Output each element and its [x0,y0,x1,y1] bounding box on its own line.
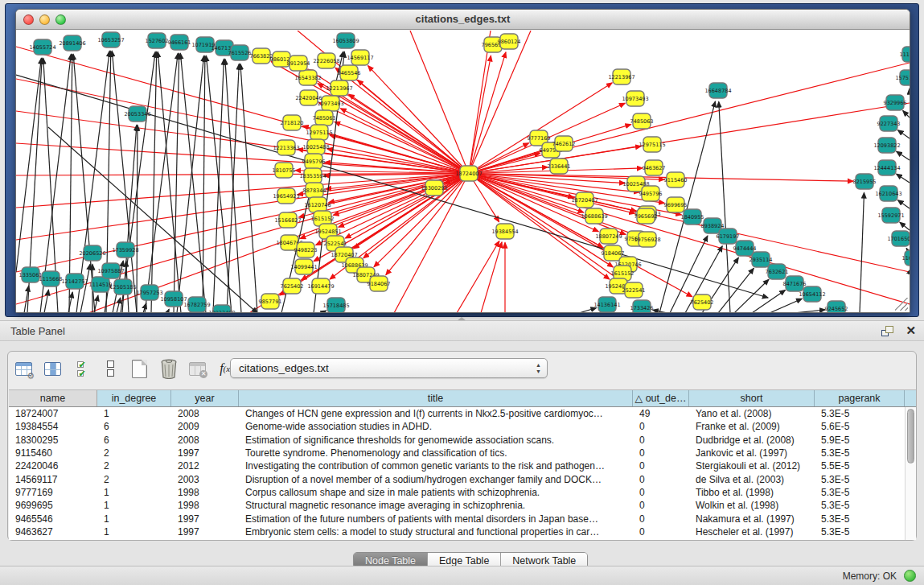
table-cell[interactable]: 9777169 [9,487,97,498]
table-cell[interactable]: 2 [97,474,171,485]
memory-ok-indicator[interactable] [904,570,916,582]
table-cell[interactable]: 5.3E-5 [815,487,905,498]
table-cell[interactable]: Tibbo et al. (1998) [689,487,815,498]
table-cell[interactable]: 1 [97,500,171,511]
table-cell[interactable]: 5.3E-5 [815,526,905,538]
table-cell[interactable]: Investigating the contribution of common… [239,460,633,472]
selected-edge[interactable] [368,66,469,174]
selected-edge[interactable] [469,63,910,174]
table-cell[interactable]: 5.9E-5 [815,435,905,446]
table-cell[interactable]: 0 [633,421,689,432]
table-cell[interactable]: 2003 [171,474,239,485]
edge[interactable] [897,130,910,138]
table-settings-icon[interactable]: ⚙ [13,358,35,380]
table-cell[interactable]: 1997 [171,526,239,538]
edge[interactable] [897,200,910,208]
table-cell[interactable]: 1 [97,513,171,525]
edge[interactable] [719,101,730,313]
table-cell[interactable]: Stergiakouli et al. (2012) [689,460,815,472]
edge[interactable] [117,298,121,313]
edge[interactable] [322,311,326,313]
table-cell[interactable]: 6 [97,421,171,432]
selected-edge[interactable] [481,242,502,313]
table-cell[interactable]: Embryonic stem cells: a model to study s… [239,526,633,538]
table-cell[interactable]: 0 [633,526,689,538]
table-cell[interactable]: Nakamura et al. (1997) [689,513,815,525]
table-cell[interactable]: Estimation of the future numbers of pati… [239,513,633,525]
edge[interactable] [794,310,825,313]
table-cell[interactable]: 2008 [171,435,239,446]
edge[interactable] [167,309,169,313]
table-cell[interactable]: 5.3E-5 [815,474,905,485]
selected-edge[interactable] [469,174,910,305]
table-row[interactable]: 1456911722003Disruption of a novel membe… [9,472,905,485]
table-cell[interactable]: Changes of HCN gene expression and I(f) … [239,408,633,419]
selected-edge[interactable] [410,31,469,174]
table-cell[interactable]: 5.3E-5 [815,513,905,525]
table-cell[interactable]: 0 [633,474,689,485]
table-row[interactable]: 1938455462009Genome-wide association stu… [9,420,905,433]
edge[interactable] [752,290,785,313]
column-selector-icon[interactable] [42,358,64,380]
column-header-year[interactable]: year [171,390,239,406]
selected-edge[interactable] [469,52,506,174]
float-panel-icon[interactable] [881,326,893,336]
table-cell[interactable]: 2012 [171,460,239,472]
table-cell[interactable]: 9115460 [9,447,97,459]
edge[interactable] [770,299,802,313]
trash-icon[interactable] [158,358,179,380]
edge[interactable] [137,125,138,313]
edge[interactable] [579,308,597,313]
edge[interactable] [174,53,179,313]
edge[interactable] [860,192,864,313]
table-cell[interactable]: Corpus callosum shape and size in male p… [239,487,633,498]
table-cell[interactable]: Genome-wide association studies in ADHD. [239,421,633,432]
table-cell[interactable]: 0 [633,460,689,472]
column-header-pagerank[interactable]: pagerank [815,390,905,406]
table-cell[interactable]: de Silva et al. (2003) [689,474,815,485]
table-cell[interactable]: 2 [97,447,171,459]
edge[interactable] [177,56,204,313]
table-scrollbar-thumb[interactable] [907,409,914,463]
new-document-icon[interactable] [129,358,150,380]
edge[interactable] [718,268,754,313]
select-columns-check-icon[interactable]: ✔ ✔ [71,358,92,380]
table-cell[interactable]: 1997 [171,447,239,459]
selected-edge[interactable] [457,241,499,313]
column-header-in_degree[interactable]: in_degree [97,390,171,406]
table-cell[interactable]: Hescheler et al. (1997) [689,526,815,538]
table-cell[interactable]: 5.3E-5 [815,447,905,459]
edge[interactable] [151,51,157,313]
column-header-name[interactable]: name [9,390,97,406]
edge[interactable] [44,290,48,313]
table-cell[interactable]: Tourette syndrome. Phenomenology and cla… [239,447,633,459]
table-cell[interactable]: 0 [633,487,689,498]
table-cell[interactable]: 19384554 [9,421,97,432]
table-cell[interactable]: 5.3E-5 [815,408,905,419]
close-panel-icon[interactable]: ✕ [906,323,916,338]
table-cell[interactable]: 1998 [171,500,239,511]
table-cell[interactable]: 1998 [171,487,239,498]
table-cell[interactable]: Structural magnetic resonance image aver… [239,500,633,511]
edge[interactable] [897,174,910,183]
table-scrollbar[interactable] [905,407,916,540]
table-cell[interactable]: Estimation of significance thresholds fo… [239,435,633,446]
table-cell[interactable]: 9465546 [9,513,97,525]
table-cell[interactable]: 14569117 [9,474,97,485]
table-row[interactable]: 911546021997Tourette syndrome. Phenomeno… [9,447,905,459]
table-cell[interactable]: 6 [97,435,171,446]
network-window-titlebar[interactable]: citations_edges.txt [16,10,910,30]
table-cell[interactable]: 1 [97,487,171,498]
selected-edge[interactable] [340,109,469,174]
column-header-title[interactable]: title [239,390,633,406]
edge[interactable] [16,58,41,272]
table-cell[interactable]: 2 [97,460,171,472]
table-cell[interactable]: Disruption of a novel member of a sodium… [239,474,633,485]
table-cell[interactable]: Franke et al. (2009) [689,421,815,432]
table-cell[interactable]: Yano et al. (2008) [689,408,815,419]
table-row[interactable]: 1872400712008Changes of HCN gene express… [9,407,905,420]
table-cell[interactable]: 1997 [171,513,239,525]
table-cell[interactable]: 0 [633,500,689,511]
table-row[interactable]: 2242004622012Investigating the contribut… [9,459,905,472]
selected-edge[interactable] [469,174,634,214]
